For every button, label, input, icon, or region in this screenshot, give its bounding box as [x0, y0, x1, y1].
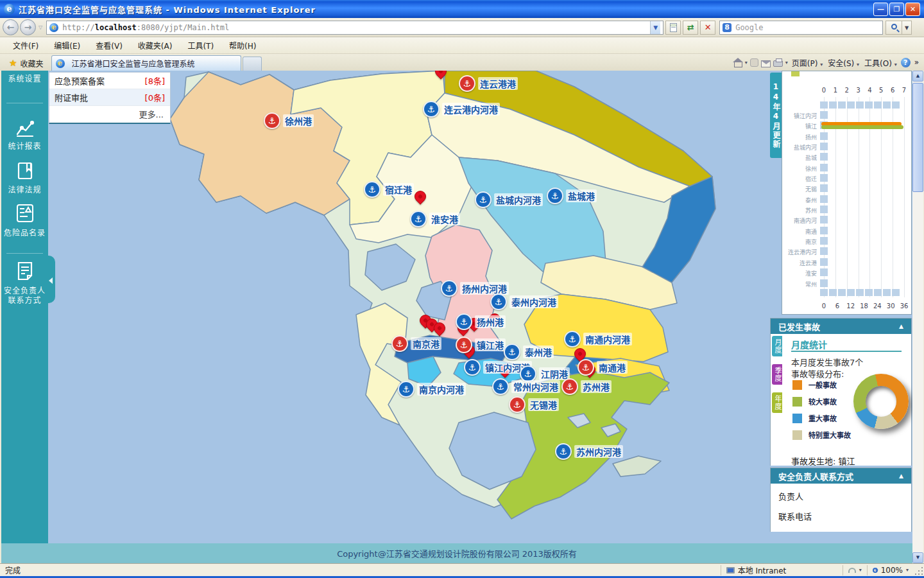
axis-tick: 0: [818, 302, 830, 310]
menu-item-2[interactable]: 查看(V): [88, 38, 130, 53]
anchor-icon: ⚓: [561, 378, 578, 395]
anchor-icon: ⚓: [441, 280, 458, 297]
favorites-star-icon: ★: [9, 58, 17, 68]
browser-tab[interactable]: e 江苏省港口安全监管与应急管理系统: [51, 55, 241, 71]
google-icon: 8: [723, 23, 732, 32]
contact-document-icon[interactable]: [15, 261, 35, 283]
bar-镇江: [821, 125, 903, 129]
status-bar: 完成 本地 Intranet ▾ 100% ▾: [0, 563, 924, 576]
period-tab-季度[interactable]: 季度: [772, 364, 782, 385]
zoom-icon: [873, 568, 878, 573]
section-rule: [791, 351, 902, 352]
zoom-control[interactable]: 100% ▾: [867, 565, 914, 575]
close-button[interactable]: ✕: [905, 3, 920, 16]
menu-item-1[interactable]: 编辑(E): [46, 38, 88, 53]
port-label: 连云港内河港: [442, 103, 500, 116]
category-label: 南通内河: [782, 216, 817, 225]
menu-item-0[interactable]: 文件(F): [5, 38, 46, 53]
rss-feed-icon[interactable]: [750, 58, 758, 67]
axis-tick: 18: [859, 302, 870, 310]
port-label: 江阴港: [539, 367, 570, 380]
page-footer: Copyright@江苏省交通规划设计院股份有限公司 2013版权所有: [1, 543, 912, 563]
legend-chip: [792, 380, 802, 390]
axis-tick: 7: [898, 87, 910, 94]
search-button[interactable]: [886, 21, 902, 35]
url-text[interactable]: http://localhost:8080/yjpt/Main.html: [62, 23, 229, 32]
quick-row-cert-approval[interactable]: 附证审批 [0条]: [49, 89, 170, 106]
period-tab-月度[interactable]: 月度: [772, 336, 782, 356]
favorites-bar: ★ 收藏夹 e 江苏省港口安全监管与应急管理系统 ▾ ▾ 页面(P) ▾安全(S…: [0, 54, 924, 71]
url-dropdown-button[interactable]: ▼: [650, 21, 660, 34]
forward-button[interactable]: →: [20, 19, 36, 35]
port-label: 淮安港: [429, 213, 460, 225]
axis-tick: 12: [845, 302, 857, 310]
page-content: ⚓徐州港⚓连云港港⚓连云港内河港⚓宿迁港⚓淮安港⚓盐城内河港⚓盐城港⚓扬州内河港…: [1, 71, 912, 563]
sidebar-item-laws[interactable]: 法律法规: [1, 184, 48, 195]
status-text: 完成: [0, 565, 721, 575]
anchor-icon: ⚓: [547, 188, 563, 204]
collapse-arrow-icon[interactable]: [49, 277, 53, 284]
law-book-icon[interactable]: [15, 161, 35, 183]
menu-item-5[interactable]: 帮助(H): [221, 38, 264, 53]
history-dropdown-icon[interactable]: ▽: [38, 24, 42, 30]
scroll-thumb[interactable]: [912, 83, 923, 192]
anchor-icon: ⚓: [456, 337, 472, 353]
sidebar-item-statistics[interactable]: 统计报表: [1, 140, 48, 151]
chart-update-tag: 14年4月更新: [770, 73, 782, 158]
category-label: 徐州: [782, 164, 817, 173]
category-label: 南京: [782, 238, 817, 246]
minimize-button[interactable]: —: [873, 3, 888, 16]
window-title: 江苏省港口安全监管与应急管理系统 - Windows Internet Expl…: [19, 3, 316, 15]
accident-panel-header[interactable]: 已发生事故 ▲: [771, 319, 911, 334]
refresh-button[interactable]: ⇄: [683, 21, 698, 35]
sidebar-divider: [6, 103, 43, 103]
home-icon[interactable]: [734, 62, 742, 67]
commandbar-overflow[interactable]: »: [913, 58, 920, 67]
resize-grip[interactable]: [915, 566, 924, 575]
anchor-icon: ⚓: [475, 191, 492, 208]
anchor-icon: ⚓: [564, 331, 581, 347]
menu-item-3[interactable]: 收藏夹(A): [130, 38, 180, 53]
menu-item-4[interactable]: 工具(T): [180, 38, 221, 53]
search-box[interactable]: 8 Google: [719, 21, 883, 35]
stats-chart-icon[interactable]: [15, 119, 35, 140]
sidebar-item-safety-contacts[interactable]: 安全负责人 联系方式: [1, 286, 48, 306]
more-link[interactable]: 更多...: [49, 106, 170, 122]
favorites-button[interactable]: ★ 收藏夹: [4, 56, 49, 70]
address-bar[interactable]: e http://localhost:8080/yjpt/Main.html ▼: [46, 21, 663, 35]
security-zone-pane: 本地 Intranet: [721, 565, 843, 575]
accident-bar-chart-panel: 01234567 镇江内河镇江扬州盐城内河盐城徐州宿迁无锡泰州苏州南通内河南通南…: [782, 71, 912, 315]
search-options-dropdown[interactable]: ▼: [902, 21, 912, 35]
vertical-scrollbar[interactable]: ▲ ▼: [912, 71, 923, 563]
quick-row-emergency-plan[interactable]: 应急预案备案 [8条]: [49, 73, 170, 89]
commandbar-item-2[interactable]: 工具(O) ▾: [863, 57, 898, 68]
scroll-down-button[interactable]: ▼: [912, 552, 923, 563]
commandbar-item-1[interactable]: 安全(S) ▾: [826, 57, 860, 68]
help-icon[interactable]: ?: [901, 58, 911, 67]
period-tab-年度[interactable]: 年度: [772, 392, 782, 413]
chart-row-宿迁: 宿迁: [782, 173, 912, 183]
legend-row: 特别重大事故: [792, 426, 851, 443]
contact-panel-header[interactable]: 安全负责人联系方式 ▲: [771, 468, 911, 484]
print-icon[interactable]: [773, 60, 783, 67]
compatibility-view-button[interactable]: [665, 21, 681, 35]
legend-row: 重大事故: [792, 410, 851, 426]
new-tab-stub[interactable]: [243, 57, 262, 71]
mail-icon[interactable]: [761, 60, 771, 67]
back-button[interactable]: ←: [3, 19, 19, 35]
collapse-icon[interactable]: ▲: [899, 323, 903, 329]
port-label: 扬州港: [475, 315, 506, 328]
phishing-filter-pane[interactable]: ▾: [843, 565, 867, 575]
scroll-up-button[interactable]: ▲: [912, 71, 923, 82]
restore-button[interactable]: ❐: [889, 3, 904, 16]
hazard-list-icon[interactable]: [15, 203, 35, 225]
collapse-icon[interactable]: ▲: [899, 473, 903, 479]
sidebar-item-system-settings[interactable]: 系统设置: [1, 73, 48, 83]
stop-button[interactable]: ✕: [700, 21, 715, 35]
axis-tick: 3: [853, 87, 864, 94]
port-label: 盐城内河港: [494, 193, 543, 206]
chart-row-苏州: 苏州: [782, 204, 912, 215]
sidebar-item-hazmat-catalog[interactable]: 危险品名录: [1, 227, 48, 238]
commandbar-item-0[interactable]: 页面(P) ▾: [791, 57, 824, 68]
chart-row-盐城内河: 盐城内河: [782, 141, 912, 152]
